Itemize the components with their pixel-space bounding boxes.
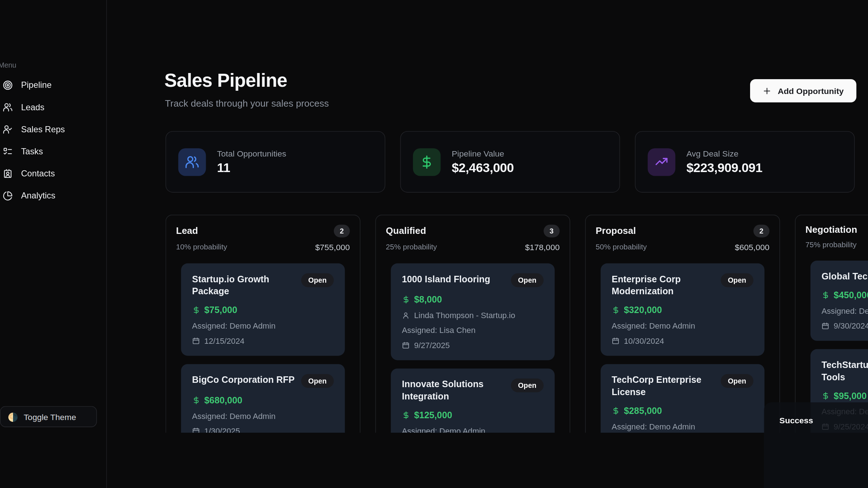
status-badge: Open: [301, 374, 334, 388]
status-badge: Open: [720, 273, 753, 287]
target-icon: [3, 80, 13, 90]
deal-title: Innovate Solutions Integration: [402, 378, 505, 403]
moon-icon: 🌗: [8, 412, 18, 421]
column-probability: 25% probability: [386, 243, 437, 251]
sidebar: Menu Pipeline Leads Sales Reps: [0, 0, 107, 488]
calendar-icon: [192, 337, 200, 344]
deal-title: 1000 Island Flooring: [402, 273, 490, 287]
deal-card[interactable]: Startup.io Growth Package Open $75,000 A…: [181, 264, 345, 356]
deal-assigned: Assigned: Lisa Chen: [402, 326, 544, 335]
sidebar-item-label: Leads: [21, 102, 44, 112]
stat-label: Total Opportunities: [217, 149, 286, 158]
column-negotiation: Negotiation 75% probability Global Tech …: [795, 215, 868, 433]
pipeline-board: Lead 2 10% probability $755,000 Startup.…: [166, 215, 868, 433]
calendar-icon: [192, 427, 200, 432]
column-title: Lead: [176, 226, 198, 237]
dollar-icon: [192, 306, 200, 314]
deal-card[interactable]: Innovate Solutions Integration Open $125…: [391, 368, 555, 433]
trending-up-icon: [648, 148, 676, 176]
deal-date: 1/30/2025: [204, 427, 240, 433]
deal-title: TechCorp Enterprise License: [612, 374, 715, 398]
dollar-icon: [821, 391, 830, 400]
deal-assigned: Assigned: Demo Admin: [612, 321, 753, 330]
toggle-theme-button[interactable]: 🌗 Toggle Theme: [0, 406, 97, 427]
deal-title: TechStartup Tools: [821, 359, 868, 383]
status-badge: Open: [301, 273, 334, 287]
sidebar-menu-label: Menu: [0, 61, 16, 69]
dollar-icon: [413, 148, 441, 176]
deal-amount: $125,000: [414, 410, 452, 420]
dollar-icon: [402, 295, 410, 304]
column-total: $755,000: [315, 242, 350, 252]
deal-assigned: Assigned: Demo Admin: [612, 422, 753, 431]
deal-assigned: Assigned: Demo Admin: [821, 307, 868, 315]
column-title: Qualified: [386, 226, 426, 237]
deal-assigned: Assigned: Demo Admin: [402, 427, 544, 433]
stat-card-total-opportunities: Total Opportunities 11: [166, 131, 386, 193]
column-total: $178,000: [525, 242, 560, 252]
page-subtitle: Track deals through your sales process: [165, 98, 329, 110]
deal-title: Enterprise Corp Modernization: [612, 273, 715, 297]
deal-title: Global Tech: [821, 270, 868, 283]
deal-contact: Linda Thompson - Startup.io: [414, 311, 515, 320]
column-probability: 75% probability: [805, 241, 856, 249]
sidebar-item-tasks[interactable]: Tasks: [0, 141, 106, 163]
sidebar-item-leads[interactable]: Leads: [0, 96, 106, 118]
deal-amount: $320,000: [624, 305, 662, 315]
main-content: Sales Pipeline Track deals through your …: [106, 0, 868, 488]
calendar-icon: [821, 322, 829, 330]
deal-card[interactable]: TechCorp Enterprise License Open $285,00…: [601, 364, 765, 433]
column-title: Negotiation: [805, 224, 857, 236]
dollar-icon: [192, 396, 200, 404]
stats-row: Total Opportunities 11 Pipeline Value $2…: [166, 131, 855, 193]
stat-value: $223,909.091: [686, 160, 762, 175]
deal-amount: $450,000: [834, 290, 868, 300]
deal-date: 10/30/2024: [624, 336, 664, 345]
sidebar-item-label: Sales Reps: [21, 124, 65, 134]
deal-date: 9/30/2024: [834, 321, 868, 330]
sidebar-item-label: Tasks: [21, 147, 43, 157]
person-icon: [402, 312, 409, 319]
stat-label: Avg Deal Size: [686, 149, 762, 158]
page-title: Sales Pipeline: [165, 70, 287, 91]
user-check-icon: [3, 124, 13, 134]
dollar-icon: [821, 291, 830, 299]
stat-value: 11: [217, 160, 286, 175]
deal-amount: $95,000: [834, 390, 867, 401]
stat-card-pipeline-value: Pipeline Value $2,463,000: [400, 131, 620, 193]
deal-amount: $680,000: [204, 395, 242, 406]
deal-title: BigCo Corporation RFP: [192, 374, 294, 388]
add-opportunity-label: Add Opportunity: [778, 86, 844, 95]
toast-title: Success: [779, 415, 868, 425]
dollar-icon: [402, 411, 410, 419]
column-count-badge: 3: [544, 224, 560, 237]
toggle-theme-label: Toggle Theme: [24, 412, 76, 421]
sidebar-item-contacts[interactable]: Contacts: [0, 163, 106, 185]
dollar-icon: [612, 306, 620, 314]
deal-assigned: Assigned: Demo Admin: [192, 321, 334, 330]
deal-date: 12/15/2024: [204, 336, 244, 345]
column-proposal: Proposal 2 50% probability $605,000 Ente…: [585, 215, 780, 433]
deal-card[interactable]: BigCo Corporation RFP Open $680,000 Assi…: [181, 364, 345, 433]
deal-card[interactable]: Global Tech $450,000 Assigned: Demo Admi…: [810, 261, 868, 341]
contact-card-icon: [3, 169, 13, 179]
add-opportunity-button[interactable]: Add Opportunity: [750, 79, 856, 102]
pie-chart-icon: [3, 191, 13, 201]
sidebar-item-analytics[interactable]: Analytics: [0, 185, 106, 207]
deal-date: 9/27/2025: [414, 341, 450, 350]
deal-title: Startup.io Growth Package: [192, 273, 295, 297]
deal-card[interactable]: Enterprise Corp Modernization Open $320,…: [601, 264, 765, 356]
column-title: Proposal: [596, 226, 636, 237]
calendar-icon: [402, 341, 409, 349]
sidebar-item-label: Analytics: [21, 191, 55, 201]
deal-amount: $75,000: [204, 305, 237, 315]
stat-value: $2,463,000: [452, 160, 514, 175]
stat-label: Pipeline Value: [452, 149, 514, 158]
list-todo-icon: [3, 147, 13, 157]
deal-amount: $285,000: [624, 406, 662, 416]
sidebar-item-pipeline[interactable]: Pipeline: [0, 74, 106, 96]
deal-card[interactable]: 1000 Island Flooring Open $8,000 Linda T…: [391, 264, 555, 360]
sidebar-item-sales-reps[interactable]: Sales Reps: [0, 119, 106, 141]
calendar-icon: [612, 337, 619, 344]
sidebar-item-label: Contacts: [21, 169, 55, 179]
